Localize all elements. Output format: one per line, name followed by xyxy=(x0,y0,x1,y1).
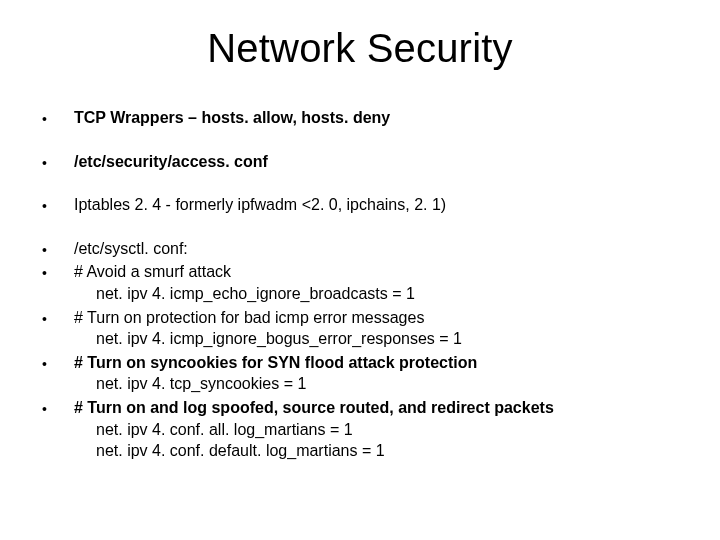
bullet-text: # Avoid a smurf attack xyxy=(74,261,680,283)
sub-line: net. ipv 4. icmp_echo_ignore_broadcasts … xyxy=(40,283,680,305)
bullet-text: /etc/security/access. conf xyxy=(74,151,680,173)
bullet-marker: • xyxy=(40,261,74,283)
bullet-item: • # Turn on protection for bad icmp erro… xyxy=(40,307,680,329)
bullet-item: • # Avoid a smurf attack xyxy=(40,261,680,283)
bullet-text: # Turn on protection for bad icmp error … xyxy=(74,307,680,329)
bullet-marker: • xyxy=(40,352,74,374)
sub-line: net. ipv 4. conf. default. log_martians … xyxy=(40,440,680,462)
sub-text: net. ipv 4. icmp_ignore_bogus_error_resp… xyxy=(74,328,680,350)
bullet-item: • /etc/sysctl. conf: xyxy=(40,238,680,260)
bullet-text: TCP Wrappers – hosts. allow, hosts. deny xyxy=(74,107,680,129)
bullet-marker: • xyxy=(40,151,74,173)
sub-text: net. ipv 4. conf. default. log_martians … xyxy=(74,440,680,462)
bullet-text: Iptables 2. 4 - formerly ipfwadm <2. 0, … xyxy=(74,194,680,216)
sub-text: net. ipv 4. icmp_echo_ignore_broadcasts … xyxy=(74,283,680,305)
slide: Network Security • TCP Wrappers – hosts.… xyxy=(0,0,720,540)
slide-content: • TCP Wrappers – hosts. allow, hosts. de… xyxy=(40,107,680,462)
bullet-item: • # Turn on and log spoofed, source rout… xyxy=(40,397,680,419)
bullet-marker: • xyxy=(40,238,74,260)
bullet-marker: • xyxy=(40,397,74,419)
bullet-marker: • xyxy=(40,307,74,329)
bullet-item: • TCP Wrappers – hosts. allow, hosts. de… xyxy=(40,107,680,129)
bullet-item: • # Turn on syncookies for SYN flood att… xyxy=(40,352,680,374)
bullet-item: • Iptables 2. 4 - formerly ipfwadm <2. 0… xyxy=(40,194,680,216)
bullet-marker: • xyxy=(40,194,74,216)
bullet-item: • /etc/security/access. conf xyxy=(40,151,680,173)
sub-text: net. ipv 4. tcp_syncookies = 1 xyxy=(74,373,680,395)
bullet-marker: • xyxy=(40,107,74,129)
bullet-text: # Turn on syncookies for SYN flood attac… xyxy=(74,352,680,374)
sub-line: net. ipv 4. tcp_syncookies = 1 xyxy=(40,373,680,395)
bullet-text: # Turn on and log spoofed, source routed… xyxy=(74,397,680,419)
bullet-text: /etc/sysctl. conf: xyxy=(74,238,680,260)
sub-line: net. ipv 4. icmp_ignore_bogus_error_resp… xyxy=(40,328,680,350)
sub-line: net. ipv 4. conf. all. log_martians = 1 xyxy=(40,419,680,441)
sub-text: net. ipv 4. conf. all. log_martians = 1 xyxy=(74,419,680,441)
slide-title: Network Security xyxy=(40,26,680,71)
